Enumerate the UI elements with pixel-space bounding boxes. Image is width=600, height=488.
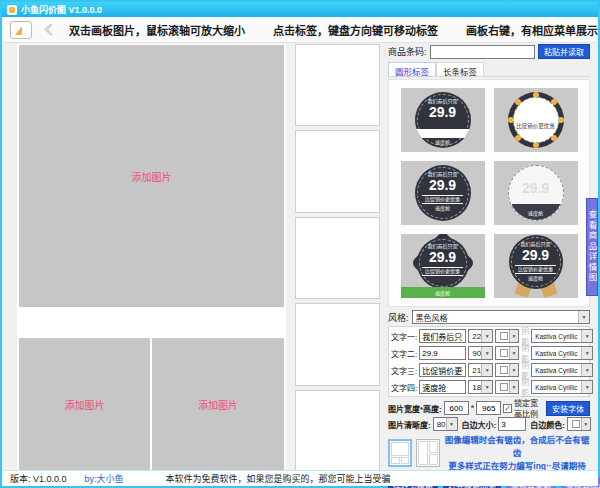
color-swatch [572,420,580,428]
text1-input[interactable] [419,329,466,343]
add-image-placeholder: 添加图片 [65,397,105,412]
color-swatch [500,366,508,374]
badge-style-gallery: 我们券后只需 29.9 速度抢 比促销价更优惠 我们券后只需 29.9 比促销价… [388,79,590,307]
text4-font-select[interactable]: Kastiva Cyrillic▼ [531,380,593,394]
chevron-down-icon: ▼ [581,330,592,342]
layout-template-1-selected[interactable] [388,439,412,467]
preview-thumbnail[interactable] [295,44,380,126]
chevron-down-icon: ▼ [581,381,592,393]
green-ribbon: 速度抢 [401,287,485,298]
text1-label: 文字一: [391,331,417,342]
view-product-detail-tab[interactable]: 查看商品详情图 [586,198,598,296]
chevron-down-icon: ▼ [581,418,590,430]
badge-dark-circle-full: 我们券后只需 29.9 比促销价更优惠 速度抢 [415,165,471,221]
image-size-label: 图片宽度*高度: [388,403,442,414]
preview-thumbnail[interactable] [295,217,380,299]
text4-input[interactable] [419,380,466,394]
settings-panel: 商品条码: 粘贴并读取 圆形标签 长条标签 我们券后只需 29.9 速度抢 [388,44,590,472]
chevron-down-icon: ▼ [481,364,492,376]
text2-size-select[interactable]: 90▼ [468,346,493,360]
text2-input[interactable] [419,346,466,360]
white-band [415,129,471,138]
chevron-down-icon: ▼ [581,347,592,359]
image-quality-label: 图片清晰度: [388,419,431,430]
image-height-input[interactable] [476,401,501,415]
tab-round-label[interactable]: 圆形标签 [388,62,436,76]
lock-aspect-checkbox[interactable]: ✓ [503,404,512,413]
chevron-down-icon: ▼ [481,330,492,342]
chevron-down-icon: ▼ [509,347,518,359]
shadow-label: 阴影 [521,376,529,398]
text2-color-select[interactable]: ▼ [495,346,519,360]
canvas-bottom-left-image-slot[interactable]: 添加图片 [19,338,150,470]
preview-thumbnail-column [295,44,380,472]
times-separator: * [471,403,475,413]
text3-font-select[interactable]: Kastiva Cyrillic▼ [531,363,593,377]
color-swatch [500,383,508,391]
white-margin-input[interactable] [498,417,526,431]
chevron-down-icon: ▼ [481,347,492,359]
text4-label: 文字四: [391,382,417,393]
color-swatch [500,332,508,340]
chevron-down-icon: ▼ [446,418,457,430]
badge-dark-circle-band: 我们券后只需 29.9 速度抢 [415,92,471,148]
chevron-left-icon[interactable] [44,23,57,36]
paste-read-button[interactable]: 粘贴并读取 [538,44,590,59]
badge-medal-ribbons: 我们券后只需 29.9 比促销价更优惠 速度抢 [501,235,571,297]
canvas-bottom-right-image-slot[interactable]: 添加图片 [152,338,284,470]
text3-size-select[interactable]: 21▼ [468,363,493,377]
hint-context-menu: 画板右键，有相应菜单展示 [466,22,598,38]
add-image-placeholder: 添加图片 [132,169,172,184]
barcode-label: 商品条码: [388,45,427,58]
text1-size-select[interactable]: 22▼ [468,329,493,343]
window-title: 小鱼闪价图 V1.0.0.0 [21,3,102,16]
hint-move-label: 点击标签，键盘方向键可移动标签 [273,22,438,38]
hint-zoom: 双击画板图片，鼠标滚轴可放大缩小 [69,22,245,38]
badge-style-5[interactable]: 我们券后只需 29.9 比促销价更优惠 速度抢 [401,234,485,298]
text2-font-select[interactable]: Kastiva Cyrillic▼ [531,346,593,360]
app-icon [7,5,17,15]
label-type-tabs: 圆形标签 长条标签 [388,62,590,77]
image-quality-select[interactable]: 80 ▼ [433,417,458,431]
add-image-placeholder: 添加图片 [198,397,238,412]
layout-template-2[interactable] [416,439,440,467]
text3-input[interactable] [419,363,466,377]
style-label: 风格: [388,311,409,324]
text2-label: 文字二: [391,348,417,359]
chevron-down-icon: ▼ [578,311,589,323]
info-notes: 图像编辑时会有锯齿，合成后不会有锯齿 更多样式正在努力编写ing··尽请期待 [444,434,590,472]
chevron-down-icon: ▼ [509,381,518,393]
image-width-input[interactable] [444,401,469,415]
chevron-down-icon: ▼ [481,381,492,393]
preview-thumbnail[interactable] [295,130,380,212]
canvas-main-image-slot[interactable]: 添加图片 [19,45,284,307]
tab-strip-label[interactable]: 长条标签 [436,62,484,76]
badge-style-4[interactable]: 29.9 速度抢 [494,161,578,225]
text-settings-group: 文字一: 22▼ ▼ 阴影 Kastiva Cyrillic▼ 文字二: 90▼… [388,326,590,397]
text4-color-select[interactable]: ▼ [495,380,519,394]
install-font-button[interactable]: 安装字体 [546,401,590,416]
badge-style-2[interactable]: 比促销价更优惠 [494,88,578,152]
badge-style-1[interactable]: 我们券后只需 29.9 速度抢 [401,88,485,152]
preview-thumbnail[interactable] [295,303,380,385]
preview-thumbnail[interactable] [295,390,380,472]
badge-light-circle: 29.9 速度抢 [508,165,564,221]
lock-aspect-label: 锁定宽高比例 [514,397,544,419]
toolbar: 双击画板图片，鼠标滚轴可放大缩小 点击标签，键盘方向键可移动标签 画板右键，有相… [2,17,598,43]
chevron-down-icon: ▼ [509,330,518,342]
chevron-down-icon: ▼ [581,364,592,376]
text1-font-select[interactable]: Kastiva Cyrillic▼ [531,329,593,343]
badge-style-3[interactable]: 我们券后只需 29.9 比促销价更优惠 速度抢 [401,161,485,225]
barcode-input[interactable] [430,45,535,59]
title-bar: 小鱼闪价图 V1.0.0.0 [2,2,598,17]
style-select[interactable]: 黑色风格 ▼ [412,310,590,324]
flash-logo-icon [10,21,32,39]
margin-color-select[interactable]: ▼ [567,417,591,431]
author-link[interactable]: by:大小鱼 [85,472,124,485]
margin-color-label: 白边颜色: [530,419,565,430]
text4-size-select[interactable]: 18▼ [468,380,493,394]
text1-color-select[interactable]: ▼ [495,329,519,343]
badge-style-6[interactable]: 我们券后只需 29.9 比促销价更优惠 速度抢 [494,234,578,298]
white-margin-label: 白边大小: [462,419,497,430]
text3-color-select[interactable]: ▼ [495,363,519,377]
